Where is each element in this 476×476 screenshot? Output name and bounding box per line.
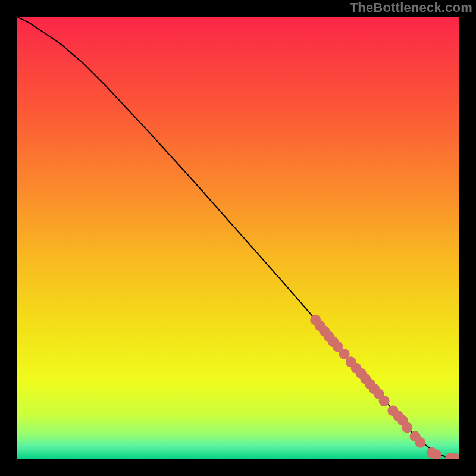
gradient-background: [17, 17, 459, 459]
data-marker: [379, 396, 390, 406]
attribution-text: TheBottleneck.com: [350, 0, 472, 15]
plot-area: [17, 17, 459, 459]
chart-svg: [17, 17, 459, 459]
chart-frame: TheBottleneck.com: [0, 0, 476, 476]
data-marker: [415, 437, 426, 448]
data-marker: [402, 422, 412, 433]
